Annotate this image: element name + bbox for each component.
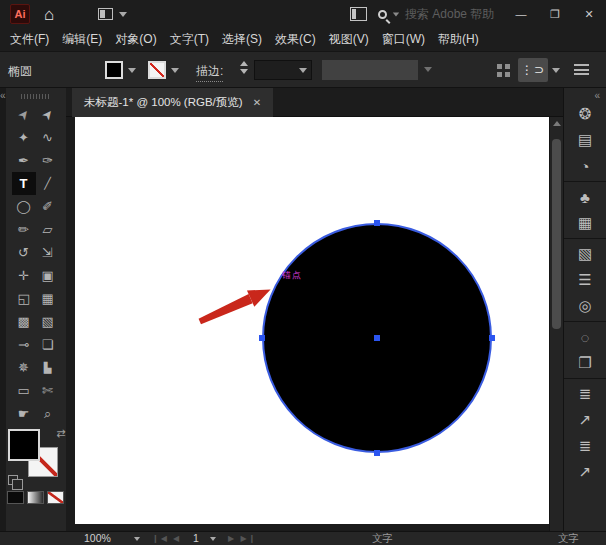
zoom-tool[interactable]: ⌕: [36, 402, 60, 425]
minimize-button[interactable]: —: [504, 0, 538, 28]
scale-tool[interactable]: ⇲: [36, 241, 60, 264]
swap-fill-stroke-icon[interactable]: ⇄: [56, 427, 65, 440]
libraries-panel-icon[interactable]: ◔: [564, 153, 606, 179]
anchor-bottom[interactable]: [374, 450, 380, 456]
toolbar-drag-handle[interactable]: [21, 94, 51, 99]
current-tool-label: 文字: [372, 532, 393, 545]
stroke-panel-icon[interactable]: ☰: [564, 267, 606, 293]
transparency-panel-icon[interactable]: ◎: [564, 293, 606, 319]
stroke-weight-stepper[interactable]: [240, 61, 248, 74]
artboard-tool[interactable]: ▭: [12, 379, 36, 402]
magic-wand-tool[interactable]: ✦: [12, 126, 36, 149]
align-grid-icon[interactable]: [497, 64, 510, 77]
menu-item-8[interactable]: 帮助(H): [438, 31, 479, 48]
artboard-nav-forward[interactable]: ▶ ▶❙: [228, 532, 257, 545]
hand-tool[interactable]: ☛: [12, 402, 36, 425]
scroll-up-icon[interactable]: [553, 121, 561, 126]
control-menu-icon[interactable]: [574, 64, 589, 75]
stroke-label[interactable]: 描边:: [196, 63, 223, 82]
document-tab[interactable]: 未标题-1* @ 100% (RGB/预览) ✕: [72, 88, 273, 117]
scrollbar-thumb[interactable]: [552, 139, 561, 329]
none-mode-button[interactable]: [47, 491, 64, 504]
menu-item-0[interactable]: 文件(F): [10, 31, 49, 48]
close-button[interactable]: ✕: [572, 0, 606, 28]
menu-item-1[interactable]: 编辑(E): [62, 31, 102, 48]
line-segment-tool[interactable]: ╱: [36, 172, 60, 195]
default-fill-stroke-icon[interactable]: [8, 475, 18, 485]
menu-item-6[interactable]: 视图(V): [329, 31, 369, 48]
layers-panel-icon[interactable]: ≣: [564, 381, 606, 407]
artboard-chevron-icon[interactable]: [210, 537, 216, 541]
symbols-panel-icon[interactable]: ♣: [564, 184, 606, 210]
canvas[interactable]: 锚点: [66, 117, 549, 531]
arrange-documents-button[interactable]: [98, 8, 127, 20]
ellipse-tool[interactable]: ◯: [12, 195, 36, 218]
puppet-warp-tool[interactable]: ✛: [12, 264, 36, 287]
anchor-left[interactable]: [259, 335, 265, 341]
menu-item-2[interactable]: 对象(O): [115, 31, 156, 48]
color-panel-icon[interactable]: ❂: [564, 101, 606, 127]
symbol-sprayer-tool[interactable]: ✵: [12, 356, 36, 379]
anchor-top[interactable]: [374, 220, 380, 226]
stroke-weight-dropdown[interactable]: [254, 60, 312, 80]
image-trace-panel-icon[interactable]: ◌: [564, 324, 606, 350]
swatches-panel-icon[interactable]: ▦: [564, 210, 606, 236]
layers-panel-icon-2[interactable]: ≣: [564, 433, 606, 459]
menu-item-7[interactable]: 窗口(W): [382, 31, 425, 48]
document-tab-title: 未标题-1* @ 100% (RGB/预览): [84, 95, 243, 110]
color-guide-panel-icon[interactable]: ▤: [564, 127, 606, 153]
artboard-nav-back[interactable]: ❙◀ ◀: [152, 532, 181, 545]
zoom-chevron-icon[interactable]: [134, 537, 140, 541]
panel-toggle-button[interactable]: ⋮⊃: [518, 58, 548, 82]
stroke-color-swatch[interactable]: [148, 61, 166, 79]
lasso-tool[interactable]: ∿: [36, 126, 60, 149]
perspective-grid-tool[interactable]: ▦: [36, 287, 60, 310]
blend-tool[interactable]: ❏: [36, 333, 60, 356]
menu-item-3[interactable]: 文字(T): [170, 31, 209, 48]
zoom-level[interactable]: 100%: [84, 532, 111, 545]
gradient-mode-button[interactable]: [27, 491, 44, 504]
workspace-icon[interactable]: [350, 7, 367, 21]
asset-export-panel-icon[interactable]: ↗: [564, 407, 606, 433]
panel-toggle-chevron-icon[interactable]: [552, 68, 560, 73]
paintbrush-tool[interactable]: ✐: [36, 195, 60, 218]
gradient-panel-icon[interactable]: ▧: [564, 241, 606, 267]
pen-tool[interactable]: ✒: [12, 149, 36, 172]
color-mode-button[interactable]: [7, 491, 24, 504]
tool-grid: ➤➤✦∿✒✑T╱◯✐✏▱↺⇲✛▣◱▦▩▧⊸❏✵▙▭✄☛⌕: [12, 103, 60, 425]
mesh-tool[interactable]: ▩: [12, 310, 36, 333]
panel-expand-button[interactable]: «: [594, 88, 606, 101]
free-transform-tool[interactable]: ▣: [36, 264, 60, 287]
home-icon[interactable]: ⌂: [44, 6, 54, 23]
graph-tool[interactable]: ▙: [36, 356, 60, 379]
maximize-button[interactable]: ❐: [538, 0, 572, 28]
context-label: 椭圆: [8, 63, 32, 80]
curvature-tool[interactable]: ✑: [36, 149, 60, 172]
fill-chevron-icon[interactable]: [128, 68, 136, 73]
menu-item-5[interactable]: 效果(C): [275, 31, 316, 48]
eraser-tool[interactable]: ▱: [36, 218, 60, 241]
type-tool[interactable]: T: [12, 172, 36, 195]
slice-tool[interactable]: ✄: [36, 379, 60, 402]
search-placeholder: 搜索 Adobe 帮助: [405, 6, 494, 23]
artboard-number[interactable]: 1: [193, 532, 199, 545]
asset-export-panel-icon-2[interactable]: ↗: [564, 459, 606, 485]
shape-builder-tool[interactable]: ◱: [12, 287, 36, 310]
vertical-scrollbar[interactable]: [549, 117, 563, 531]
center-point[interactable]: [374, 335, 380, 341]
menu-item-4[interactable]: 选择(S): [222, 31, 262, 48]
variable-width-dropdown[interactable]: [322, 60, 418, 80]
eyedropper-tool[interactable]: ⊸: [12, 333, 36, 356]
fill-indicator[interactable]: [8, 429, 40, 461]
gradient-tool[interactable]: ▧: [36, 310, 60, 333]
stroke-chevron-icon[interactable]: [171, 68, 179, 73]
menu-bar: 文件(F)编辑(E)对象(O)文字(T)选择(S)效果(C)视图(V)窗口(W)…: [0, 28, 606, 52]
rotate-tool[interactable]: ↺: [12, 241, 36, 264]
fill-color-swatch[interactable]: [105, 61, 123, 79]
selection-tool[interactable]: ➤: [12, 103, 36, 126]
artboards-panel-icon[interactable]: ❐: [564, 350, 606, 376]
pencil-tool[interactable]: ✏: [12, 218, 36, 241]
tab-close-icon[interactable]: ✕: [253, 97, 261, 108]
direct-selection-tool[interactable]: ➤: [36, 103, 60, 126]
anchor-right[interactable]: [489, 335, 495, 341]
